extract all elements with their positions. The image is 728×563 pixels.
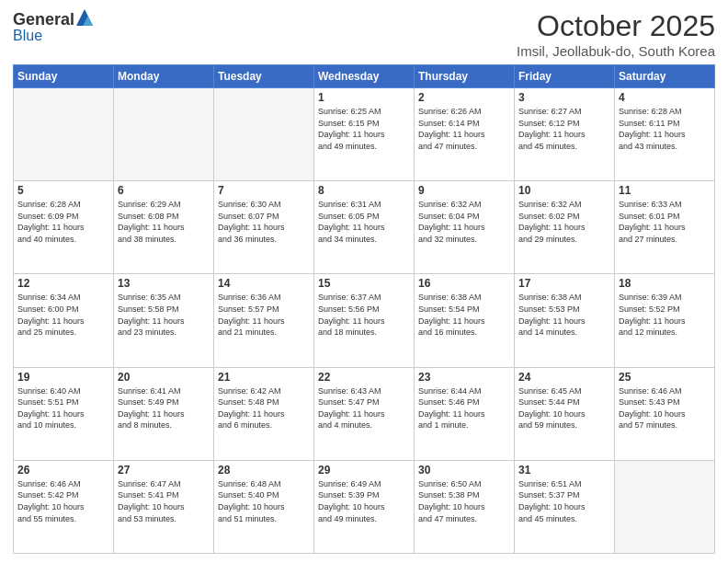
day-number: 3 bbox=[518, 91, 610, 104]
day-info: Sunrise: 6:25 AM Sunset: 6:15 PM Dayligh… bbox=[318, 106, 410, 152]
day-info: Sunrise: 6:51 AM Sunset: 5:37 PM Dayligh… bbox=[518, 478, 610, 524]
day-number: 28 bbox=[218, 464, 310, 477]
day-info: Sunrise: 6:38 AM Sunset: 5:54 PM Dayligh… bbox=[418, 292, 510, 338]
calendar-cell: 30Sunrise: 6:50 AM Sunset: 5:38 PM Dayli… bbox=[415, 460, 515, 553]
calendar-cell: 13Sunrise: 6:35 AM Sunset: 5:58 PM Dayli… bbox=[114, 274, 214, 367]
calendar-cell: 2Sunrise: 6:26 AM Sunset: 6:14 PM Daylig… bbox=[415, 88, 515, 181]
logo-blue-text: Blue bbox=[13, 28, 42, 44]
calendar-cell bbox=[114, 88, 214, 181]
calendar-cell: 25Sunrise: 6:46 AM Sunset: 5:43 PM Dayli… bbox=[615, 367, 715, 460]
calendar-cell: 18Sunrise: 6:39 AM Sunset: 5:52 PM Dayli… bbox=[615, 274, 715, 367]
calendar-cell: 12Sunrise: 6:34 AM Sunset: 6:00 PM Dayli… bbox=[14, 274, 114, 367]
calendar-week-row: 1Sunrise: 6:25 AM Sunset: 6:15 PM Daylig… bbox=[14, 88, 715, 181]
day-number: 27 bbox=[118, 464, 210, 477]
calendar-cell: 31Sunrise: 6:51 AM Sunset: 5:37 PM Dayli… bbox=[515, 460, 615, 553]
day-info: Sunrise: 6:36 AM Sunset: 5:57 PM Dayligh… bbox=[218, 292, 310, 338]
day-info: Sunrise: 6:34 AM Sunset: 6:00 PM Dayligh… bbox=[17, 292, 109, 338]
day-number: 29 bbox=[318, 464, 410, 477]
calendar-header-row: SundayMondayTuesdayWednesdayThursdayFrid… bbox=[14, 65, 715, 88]
day-number: 13 bbox=[118, 277, 210, 290]
calendar-cell: 27Sunrise: 6:47 AM Sunset: 5:41 PM Dayli… bbox=[114, 460, 214, 553]
logo-general-text: General bbox=[13, 11, 74, 28]
day-number: 25 bbox=[619, 371, 711, 384]
day-number: 1 bbox=[318, 91, 410, 104]
day-info: Sunrise: 6:44 AM Sunset: 5:46 PM Dayligh… bbox=[418, 385, 510, 431]
day-info: Sunrise: 6:43 AM Sunset: 5:47 PM Dayligh… bbox=[318, 385, 410, 431]
day-number: 26 bbox=[17, 464, 109, 477]
calendar-cell bbox=[214, 88, 314, 181]
day-info: Sunrise: 6:26 AM Sunset: 6:14 PM Dayligh… bbox=[418, 106, 510, 152]
calendar-cell: 7Sunrise: 6:30 AM Sunset: 6:07 PM Daylig… bbox=[214, 181, 314, 274]
calendar-table: SundayMondayTuesdayWednesdayThursdayFrid… bbox=[13, 64, 715, 554]
day-number: 19 bbox=[17, 371, 109, 384]
calendar-cell: 19Sunrise: 6:40 AM Sunset: 5:51 PM Dayli… bbox=[14, 367, 114, 460]
day-info: Sunrise: 6:38 AM Sunset: 5:53 PM Dayligh… bbox=[518, 292, 610, 338]
logo: General Blue bbox=[13, 9, 93, 44]
day-number: 11 bbox=[619, 184, 711, 197]
day-info: Sunrise: 6:42 AM Sunset: 5:48 PM Dayligh… bbox=[218, 385, 310, 431]
page: General Blue October 2025 Imsil, Jeollab… bbox=[0, 0, 728, 563]
day-header-friday: Friday bbox=[515, 65, 615, 88]
day-header-sunday: Sunday bbox=[14, 65, 114, 88]
day-number: 7 bbox=[218, 184, 310, 197]
day-info: Sunrise: 6:45 AM Sunset: 5:44 PM Dayligh… bbox=[518, 385, 610, 431]
day-number: 16 bbox=[418, 277, 510, 290]
day-info: Sunrise: 6:28 AM Sunset: 6:09 PM Dayligh… bbox=[17, 199, 109, 245]
day-header-monday: Monday bbox=[114, 65, 214, 88]
day-number: 24 bbox=[518, 371, 610, 384]
calendar-cell: 26Sunrise: 6:46 AM Sunset: 5:42 PM Dayli… bbox=[14, 460, 114, 553]
calendar-cell: 20Sunrise: 6:41 AM Sunset: 5:49 PM Dayli… bbox=[114, 367, 214, 460]
calendar-cell: 24Sunrise: 6:45 AM Sunset: 5:44 PM Dayli… bbox=[515, 367, 615, 460]
calendar-cell: 28Sunrise: 6:48 AM Sunset: 5:40 PM Dayli… bbox=[214, 460, 314, 553]
day-number: 12 bbox=[17, 277, 109, 290]
day-number: 18 bbox=[619, 277, 711, 290]
calendar-cell bbox=[615, 460, 715, 553]
day-number: 21 bbox=[218, 371, 310, 384]
title-block: October 2025 Imsil, Jeollabuk-do, South … bbox=[517, 9, 715, 59]
calendar-cell: 10Sunrise: 6:32 AM Sunset: 6:02 PM Dayli… bbox=[515, 181, 615, 274]
day-number: 14 bbox=[218, 277, 310, 290]
day-info: Sunrise: 6:37 AM Sunset: 5:56 PM Dayligh… bbox=[318, 292, 410, 338]
day-info: Sunrise: 6:48 AM Sunset: 5:40 PM Dayligh… bbox=[218, 478, 310, 524]
calendar-cell: 15Sunrise: 6:37 AM Sunset: 5:56 PM Dayli… bbox=[314, 274, 415, 367]
day-info: Sunrise: 6:32 AM Sunset: 6:02 PM Dayligh… bbox=[518, 199, 610, 245]
day-info: Sunrise: 6:46 AM Sunset: 5:43 PM Dayligh… bbox=[619, 385, 711, 431]
subtitle: Imsil, Jeollabuk-do, South Korea bbox=[517, 43, 715, 59]
calendar-cell: 1Sunrise: 6:25 AM Sunset: 6:15 PM Daylig… bbox=[314, 88, 415, 181]
day-info: Sunrise: 6:32 AM Sunset: 6:04 PM Dayligh… bbox=[418, 199, 510, 245]
day-number: 5 bbox=[17, 184, 109, 197]
calendar-week-row: 19Sunrise: 6:40 AM Sunset: 5:51 PM Dayli… bbox=[14, 367, 715, 460]
calendar-cell bbox=[14, 88, 114, 181]
day-number: 4 bbox=[619, 91, 711, 104]
calendar-cell: 22Sunrise: 6:43 AM Sunset: 5:47 PM Dayli… bbox=[314, 367, 415, 460]
day-number: 6 bbox=[118, 184, 210, 197]
calendar-cell: 17Sunrise: 6:38 AM Sunset: 5:53 PM Dayli… bbox=[515, 274, 615, 367]
day-number: 15 bbox=[318, 277, 410, 290]
day-info: Sunrise: 6:28 AM Sunset: 6:11 PM Dayligh… bbox=[619, 106, 711, 152]
day-info: Sunrise: 6:35 AM Sunset: 5:58 PM Dayligh… bbox=[118, 292, 210, 338]
day-info: Sunrise: 6:40 AM Sunset: 5:51 PM Dayligh… bbox=[17, 385, 109, 431]
calendar-cell: 9Sunrise: 6:32 AM Sunset: 6:04 PM Daylig… bbox=[415, 181, 515, 274]
header: General Blue October 2025 Imsil, Jeollab… bbox=[13, 9, 715, 59]
day-info: Sunrise: 6:27 AM Sunset: 6:12 PM Dayligh… bbox=[518, 106, 610, 152]
calendar-cell: 11Sunrise: 6:33 AM Sunset: 6:01 PM Dayli… bbox=[615, 181, 715, 274]
day-info: Sunrise: 6:47 AM Sunset: 5:41 PM Dayligh… bbox=[118, 478, 210, 524]
day-header-tuesday: Tuesday bbox=[214, 65, 314, 88]
calendar-cell: 3Sunrise: 6:27 AM Sunset: 6:12 PM Daylig… bbox=[515, 88, 615, 181]
day-info: Sunrise: 6:49 AM Sunset: 5:39 PM Dayligh… bbox=[318, 478, 410, 524]
day-info: Sunrise: 6:50 AM Sunset: 5:38 PM Dayligh… bbox=[418, 478, 510, 524]
day-header-wednesday: Wednesday bbox=[314, 65, 415, 88]
day-number: 8 bbox=[318, 184, 410, 197]
day-number: 31 bbox=[518, 464, 610, 477]
calendar-week-row: 12Sunrise: 6:34 AM Sunset: 6:00 PM Dayli… bbox=[14, 274, 715, 367]
calendar-cell: 14Sunrise: 6:36 AM Sunset: 5:57 PM Dayli… bbox=[214, 274, 314, 367]
day-number: 23 bbox=[418, 371, 510, 384]
calendar-cell: 23Sunrise: 6:44 AM Sunset: 5:46 PM Dayli… bbox=[415, 367, 515, 460]
day-number: 10 bbox=[518, 184, 610, 197]
calendar-week-row: 5Sunrise: 6:28 AM Sunset: 6:09 PM Daylig… bbox=[14, 181, 715, 274]
day-info: Sunrise: 6:46 AM Sunset: 5:42 PM Dayligh… bbox=[17, 478, 109, 524]
calendar-cell: 5Sunrise: 6:28 AM Sunset: 6:09 PM Daylig… bbox=[14, 181, 114, 274]
day-number: 30 bbox=[418, 464, 510, 477]
day-info: Sunrise: 6:31 AM Sunset: 6:05 PM Dayligh… bbox=[318, 199, 410, 245]
calendar-cell: 16Sunrise: 6:38 AM Sunset: 5:54 PM Dayli… bbox=[415, 274, 515, 367]
